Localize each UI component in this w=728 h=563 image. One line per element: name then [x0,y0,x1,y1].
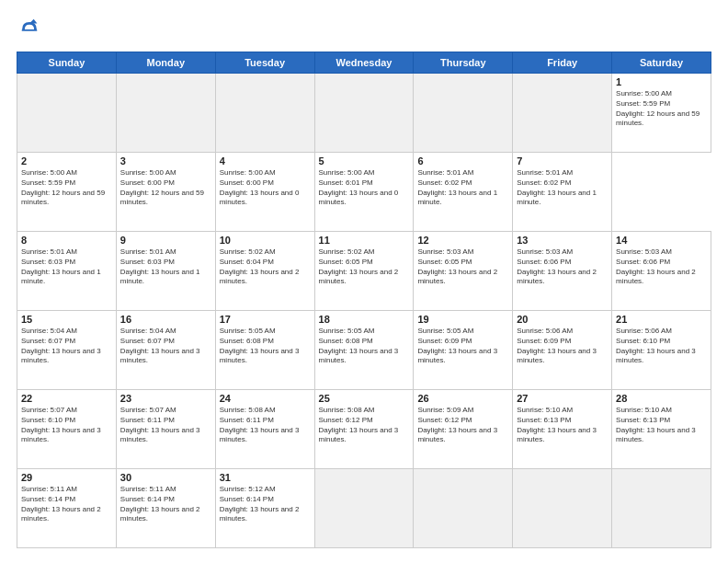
day-number: 28 [616,393,707,404]
day-number: 21 [616,314,707,325]
day-info: Sunrise: 5:10 AMSunset: 6:13 PMDaylight:… [517,406,608,445]
day-number: 30 [120,472,211,483]
calendar-cell [116,74,215,153]
day-info: Sunrise: 5:01 AMSunset: 6:03 PMDaylight:… [120,247,211,287]
day-number: 14 [616,235,707,246]
day-number: 5 [319,155,410,167]
calendar-cell [314,74,414,153]
day-info: Sunrise: 5:08 AMSunset: 6:12 PMDaylight:… [319,406,410,445]
day-number: 12 [417,235,508,246]
day-number: 4 [220,155,311,167]
calendar-cell: 23 Sunrise: 5:07 AMSunset: 6:11 PMDaylig… [116,390,215,469]
calendar-cell: 2 Sunrise: 5:00 AMSunset: 5:59 PMDayligh… [17,153,117,232]
day-number: 16 [120,314,211,325]
week-row-6: 29 Sunrise: 5:11 AMSunset: 6:14 PMDaylig… [17,469,711,548]
day-info: Sunrise: 5:08 AMSunset: 6:11 PMDaylight:… [220,406,311,445]
day-info: Sunrise: 5:03 AMSunset: 6:05 PMDaylight:… [417,247,508,287]
day-info: Sunrise: 5:05 AMSunset: 6:09 PMDaylight:… [417,327,508,366]
day-info: Sunrise: 5:10 AMSunset: 6:13 PMDaylight:… [616,406,707,445]
day-info: Sunrise: 5:06 AMSunset: 6:10 PMDaylight:… [616,327,707,366]
header [17,17,711,42]
day-info: Sunrise: 5:03 AMSunset: 6:06 PMDaylight:… [616,247,707,287]
day-info: Sunrise: 5:07 AMSunset: 6:11 PMDaylight:… [120,406,211,445]
day-number: 7 [517,155,608,167]
day-number: 11 [319,235,410,246]
day-number: 31 [220,472,311,483]
day-number: 24 [220,393,311,404]
day-header-tuesday: Tuesday [215,52,314,74]
day-info: Sunrise: 5:06 AMSunset: 6:09 PMDaylight:… [517,327,608,366]
calendar-cell [17,74,117,153]
day-number: 22 [21,393,112,404]
calendar-cell: 7 Sunrise: 5:01 AMSunset: 6:02 PMDayligh… [513,153,612,232]
day-number: 13 [517,235,608,246]
day-number: 15 [21,314,112,325]
day-number: 27 [517,393,608,404]
calendar-cell: 24 Sunrise: 5:08 AMSunset: 6:11 PMDaylig… [215,390,314,469]
day-info: Sunrise: 5:11 AMSunset: 6:14 PMDaylight:… [120,485,211,524]
day-info: Sunrise: 5:01 AMSunset: 6:02 PMDaylight:… [417,168,508,208]
calendar-cell [513,469,612,548]
day-number: 20 [517,314,608,325]
svg-rect-0 [22,29,38,31]
week-row-1: 1 Sunrise: 5:00 AMSunset: 5:59 PMDayligh… [17,74,711,153]
day-number: 26 [417,393,508,404]
calendar-cell: 5 Sunrise: 5:00 AMSunset: 6:01 PMDayligh… [314,153,414,232]
calendar-cell [612,469,711,548]
week-row-2: 2 Sunrise: 5:00 AMSunset: 5:59 PMDayligh… [17,153,711,232]
day-number: 10 [220,235,311,246]
week-row-5: 22 Sunrise: 5:07 AMSunset: 6:10 PMDaylig… [17,390,711,469]
logo-icon [17,17,42,42]
calendar-table: SundayMondayTuesdayWednesdayThursdayFrid… [17,52,711,548]
calendar-cell: 21 Sunrise: 5:06 AMSunset: 6:10 PMDaylig… [612,311,711,390]
day-number: 8 [21,235,112,246]
day-info: Sunrise: 5:07 AMSunset: 6:10 PMDaylight:… [21,406,112,445]
calendar-cell: 27 Sunrise: 5:10 AMSunset: 6:13 PMDaylig… [513,390,612,469]
calendar-cell [215,74,314,153]
day-number: 25 [319,393,410,404]
day-number: 9 [120,235,211,246]
day-number: 6 [417,155,508,167]
calendar-cell: 14 Sunrise: 5:03 AMSunset: 6:06 PMDaylig… [612,232,711,311]
calendar-cell: 20 Sunrise: 5:06 AMSunset: 6:09 PMDaylig… [513,311,612,390]
calendar-cell: 12 Sunrise: 5:03 AMSunset: 6:05 PMDaylig… [414,232,513,311]
day-header-wednesday: Wednesday [314,52,414,74]
day-info: Sunrise: 5:12 AMSunset: 6:14 PMDaylight:… [220,485,311,524]
calendar-cell: 19 Sunrise: 5:05 AMSunset: 6:09 PMDaylig… [414,311,513,390]
header-row: SundayMondayTuesdayWednesdayThursdayFrid… [17,52,711,74]
page: SundayMondayTuesdayWednesdayThursdayFrid… [0,0,728,563]
calendar-cell: 15 Sunrise: 5:04 AMSunset: 6:07 PMDaylig… [17,311,117,390]
day-number: 23 [120,393,211,404]
calendar-cell: 31 Sunrise: 5:12 AMSunset: 6:14 PMDaylig… [215,469,314,548]
day-number: 17 [220,314,311,325]
day-info: Sunrise: 5:02 AMSunset: 6:04 PMDaylight:… [220,247,311,287]
day-info: Sunrise: 5:01 AMSunset: 6:02 PMDaylight:… [517,168,608,208]
calendar-cell: 29 Sunrise: 5:11 AMSunset: 6:14 PMDaylig… [17,469,117,548]
calendar-cell: 1 Sunrise: 5:00 AMSunset: 5:59 PMDayligh… [612,74,711,153]
calendar-cell: 22 Sunrise: 5:07 AMSunset: 6:10 PMDaylig… [17,390,117,469]
calendar-cell: 17 Sunrise: 5:05 AMSunset: 6:08 PMDaylig… [215,311,314,390]
day-info: Sunrise: 5:04 AMSunset: 6:07 PMDaylight:… [120,327,211,366]
day-info: Sunrise: 5:00 AMSunset: 6:01 PMDaylight:… [319,168,410,208]
day-info: Sunrise: 5:00 AMSunset: 6:00 PMDaylight:… [120,168,211,208]
day-info: Sunrise: 5:03 AMSunset: 6:06 PMDaylight:… [517,247,608,287]
calendar-cell [513,74,612,153]
day-header-friday: Friday [513,52,612,74]
day-header-saturday: Saturday [612,52,711,74]
calendar-cell: 3 Sunrise: 5:00 AMSunset: 6:00 PMDayligh… [116,153,215,232]
week-row-3: 8 Sunrise: 5:01 AMSunset: 6:03 PMDayligh… [17,232,711,311]
day-info: Sunrise: 5:02 AMSunset: 6:05 PMDaylight:… [319,247,410,287]
day-header-thursday: Thursday [414,52,513,74]
calendar-cell: 25 Sunrise: 5:08 AMSunset: 6:12 PMDaylig… [314,390,414,469]
day-number: 29 [21,472,112,483]
logo [17,17,46,42]
day-info: Sunrise: 5:05 AMSunset: 6:08 PMDaylight:… [220,327,311,366]
calendar-cell [414,469,513,548]
calendar-cell [314,469,414,548]
day-info: Sunrise: 5:05 AMSunset: 6:08 PMDaylight:… [319,327,410,366]
week-row-4: 15 Sunrise: 5:04 AMSunset: 6:07 PMDaylig… [17,311,711,390]
calendar-cell: 8 Sunrise: 5:01 AMSunset: 6:03 PMDayligh… [17,232,117,311]
day-number: 19 [417,314,508,325]
calendar-cell: 26 Sunrise: 5:09 AMSunset: 6:12 PMDaylig… [414,390,513,469]
calendar-cell: 6 Sunrise: 5:01 AMSunset: 6:02 PMDayligh… [414,153,513,232]
